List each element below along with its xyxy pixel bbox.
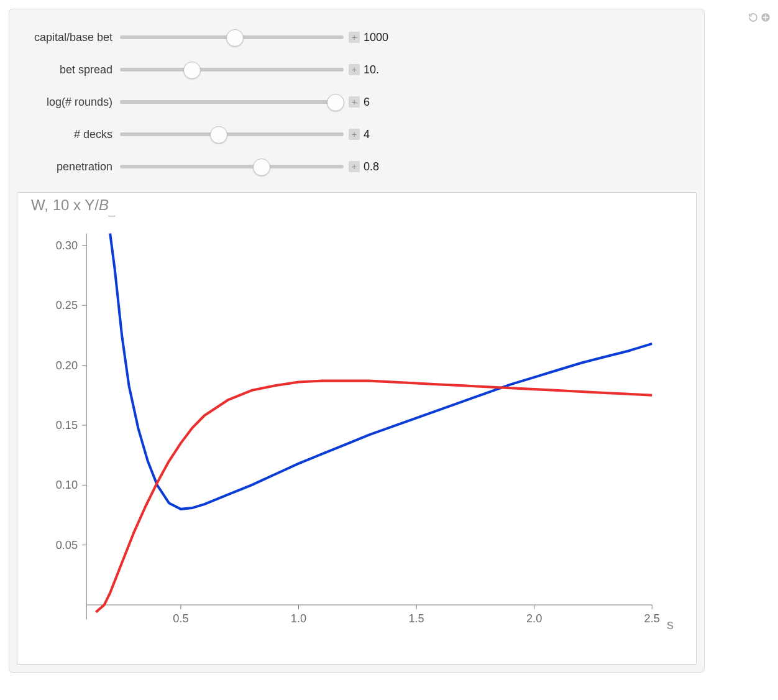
y-tick-label: 0.30 <box>56 239 78 252</box>
x-tick-label: 2.0 <box>526 612 542 625</box>
slider-thumb[interactable] <box>183 62 201 79</box>
control-value: 10. <box>364 63 401 76</box>
slider-capital[interactable] <box>120 30 344 45</box>
slider-spread[interactable] <box>120 62 344 77</box>
control-row-spread: bet spread+10. <box>16 60 698 79</box>
slider-thumb[interactable] <box>226 29 244 47</box>
control-row-penetration: penetration+0.8 <box>16 157 698 176</box>
x-axis-label: s <box>667 617 674 633</box>
slider-penetration[interactable] <box>120 159 344 174</box>
x-tick-label: 1.0 <box>291 612 306 625</box>
line-chart: 0.51.01.52.02.50.050.100.150.200.250.30 <box>17 193 696 664</box>
x-tick-label: 2.5 <box>644 612 660 625</box>
y-tick-label: 0.25 <box>56 299 78 311</box>
y-tick-label: 0.10 <box>56 479 78 491</box>
controls-area: capital/base bet+1000bet spread+10.log(#… <box>9 9 704 192</box>
control-value: 4 <box>364 128 401 141</box>
slider-track <box>120 165 344 168</box>
control-value: 0.8 <box>364 160 401 173</box>
control-row-decks: # decks+4 <box>16 125 698 144</box>
y-tick-label: 0.05 <box>56 539 78 551</box>
expand-control-button[interactable]: + <box>349 161 360 172</box>
x-tick-label: 1.5 <box>408 612 424 625</box>
expand-control-button[interactable]: + <box>349 96 360 108</box>
expand-control-button[interactable]: + <box>349 64 360 75</box>
chart-series-red <box>96 381 652 612</box>
slider-thumb[interactable] <box>210 126 227 144</box>
slider-thumb[interactable] <box>327 94 344 111</box>
control-row-capital: capital/base bet+1000 <box>16 28 698 47</box>
control-label: log(# rounds) <box>16 96 116 109</box>
panel-top-icons <box>748 12 771 23</box>
slider-track <box>120 68 344 71</box>
control-value: 6 <box>364 96 401 109</box>
slider-logrounds[interactable] <box>120 94 344 109</box>
refresh-icon[interactable] <box>748 12 759 23</box>
expand-control-button[interactable]: + <box>349 129 360 140</box>
plot-frame: W, 10 x Y/B_ 0.51.01.52.02.50.050.100.15… <box>17 192 697 665</box>
y-tick-label: 0.20 <box>56 359 78 372</box>
x-tick-label: 0.5 <box>173 612 188 625</box>
slider-thumb[interactable] <box>253 159 270 176</box>
slider-decks[interactable] <box>120 127 344 142</box>
control-label: capital/base bet <box>16 31 116 44</box>
expand-control-button[interactable]: + <box>349 32 360 43</box>
control-row-logrounds: log(# rounds)+6 <box>16 93 698 111</box>
control-label: # decks <box>16 128 116 141</box>
slider-track <box>120 100 344 104</box>
y-tick-label: 0.15 <box>56 419 78 431</box>
slider-track <box>120 132 344 136</box>
control-label: bet spread <box>16 63 116 76</box>
chart-series-blue <box>110 234 652 509</box>
control-label: penetration <box>16 160 116 173</box>
plus-circle-icon[interactable] <box>760 12 771 23</box>
manipulate-panel: capital/base bet+1000bet spread+10.log(#… <box>9 9 705 673</box>
control-value: 1000 <box>364 31 401 44</box>
